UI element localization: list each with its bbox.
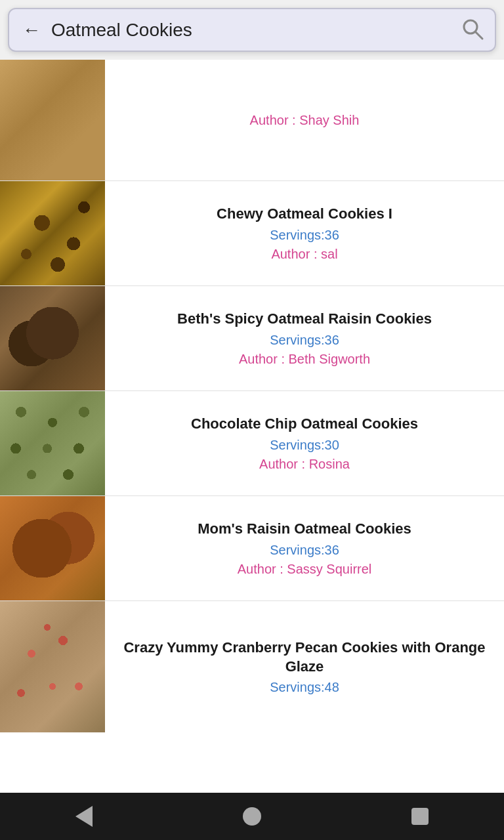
recipe-info: Author : Shay Shih [105,60,504,180]
recipe-author: Author : Shay Shih [250,113,360,128]
recipe-servings: Servings:36 [270,228,339,243]
list-item[interactable]: Mom's Raisin Oatmeal CookiesServings:36A… [0,496,504,601]
recipe-image [0,391,105,495]
search-icon [461,17,484,41]
recipe-image [0,181,105,285]
svg-line-1 [476,32,483,39]
recipe-author: Author : Sassy Squirrel [238,562,372,577]
search-bar: ← [8,8,496,52]
search-input[interactable] [51,20,453,41]
recipe-info: Mom's Raisin Oatmeal CookiesServings:36A… [105,496,504,600]
recipe-servings: Servings:36 [270,333,339,348]
recipe-list: Author : Shay Shih Chewy Oatmeal Cookies… [0,60,504,793]
recipe-author: Author : sal [271,247,337,262]
recipe-title: Chocolate Chip Oatmeal Cookies [191,415,418,434]
back-nav-button[interactable] [60,801,108,832]
recipe-image [0,60,105,181]
recent-nav-button[interactable] [396,803,444,830]
recipe-author: Author : Beth Sigworth [239,352,370,367]
back-nav-icon [75,806,93,827]
recipe-servings: Servings:36 [270,543,339,558]
list-item[interactable]: Chocolate Chip Oatmeal CookiesServings:3… [0,391,504,496]
recipe-image [0,286,105,390]
recipe-title: Mom's Raisin Oatmeal Cookies [198,520,411,539]
recipe-author: Author : Rosina [259,457,350,472]
home-nav-icon [243,807,261,826]
home-nav-button[interactable] [227,802,277,831]
recipe-title: Chewy Oatmeal Cookies I [217,205,392,224]
recipe-image [0,496,105,600]
bottom-nav [0,793,504,840]
recipe-info: Beth's Spicy Oatmeal Raisin CookiesServi… [105,286,504,390]
list-item[interactable]: Beth's Spicy Oatmeal Raisin CookiesServi… [0,286,504,391]
recipe-info: Chewy Oatmeal Cookies IServings:36Author… [105,181,504,285]
recipe-servings: Servings:48 [270,680,339,695]
recipe-servings: Servings:30 [270,438,339,453]
back-button[interactable]: ← [20,20,43,41]
list-item[interactable]: Author : Shay Shih [0,60,504,181]
recipe-title: Crazy Yummy Cranberry Pecan Cookies with… [118,639,491,676]
recipe-title: Beth's Spicy Oatmeal Raisin Cookies [177,310,432,329]
search-button[interactable] [461,17,484,43]
recipe-image [0,601,105,732]
list-item[interactable]: Crazy Yummy Cranberry Pecan Cookies with… [0,601,504,732]
recent-nav-icon [411,808,429,825]
recipe-info: Chocolate Chip Oatmeal CookiesServings:3… [105,391,504,495]
list-item[interactable]: Chewy Oatmeal Cookies IServings:36Author… [0,181,504,286]
recipe-info: Crazy Yummy Cranberry Pecan Cookies with… [105,601,504,732]
